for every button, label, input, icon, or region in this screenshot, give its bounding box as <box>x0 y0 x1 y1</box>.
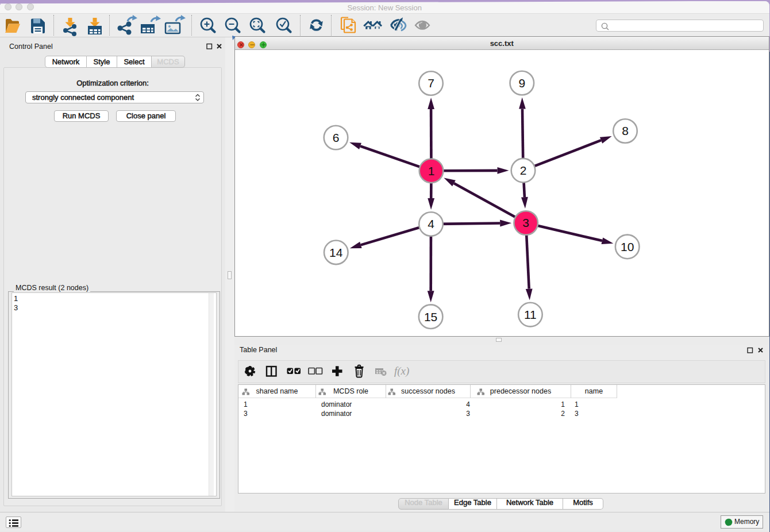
svg-text:11: 11 <box>524 308 537 321</box>
svg-text:2: 2 <box>520 164 527 177</box>
svg-text:14: 14 <box>329 246 343 259</box>
svg-text:10: 10 <box>621 240 634 253</box>
svg-text:8: 8 <box>622 124 629 137</box>
svg-text:1: 1 <box>428 164 435 178</box>
svg-text:15: 15 <box>424 310 437 323</box>
svg-text:4: 4 <box>428 217 434 230</box>
svg-text:9: 9 <box>518 76 525 90</box>
svg-text:3: 3 <box>522 216 529 229</box>
svg-text:f(x): f(x) <box>394 365 409 377</box>
svg-text:6: 6 <box>333 131 340 144</box>
svg-text:7: 7 <box>428 76 434 90</box>
